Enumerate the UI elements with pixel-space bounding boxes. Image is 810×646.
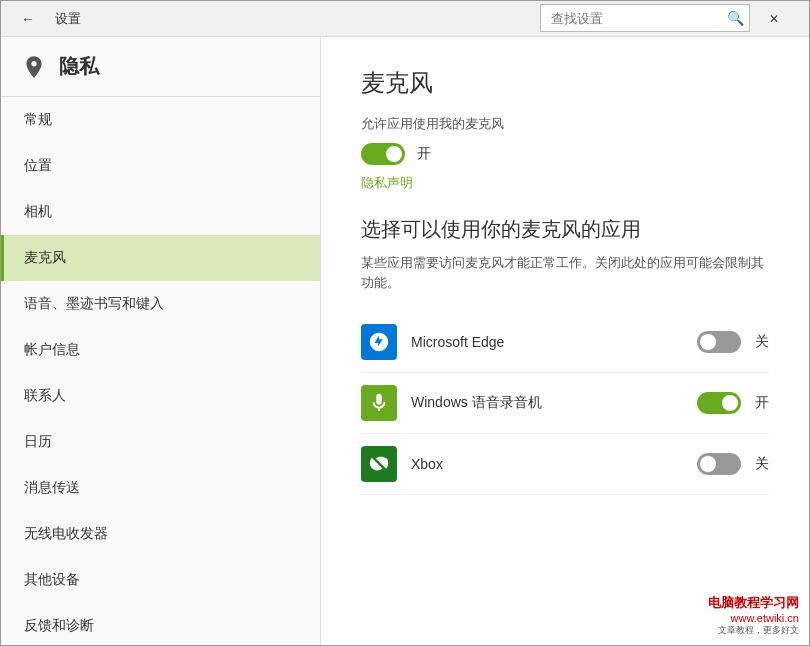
sidebar-item-麦克风[interactable]: 麦克风 xyxy=(1,235,320,281)
main-toggle-text: 开 xyxy=(417,145,431,163)
watermark: 电脑教程学习网 www.etwiki.cn 文章教程，更多好文 xyxy=(708,594,799,637)
page-title: 麦克风 xyxy=(361,67,769,99)
sidebar-header-title: 隐私 xyxy=(59,53,99,80)
search-icon-button[interactable]: 🔍 xyxy=(727,10,744,26)
sidebar-item-语音[interactable]: 语音、墨迹书写和键入 xyxy=(1,281,320,327)
app-row-xbox: Xbox 关 xyxy=(361,434,769,495)
xbox-icon xyxy=(361,446,397,482)
allow-label: 允许应用使用我的麦克风 xyxy=(361,115,769,133)
recorder-toggle[interactable] xyxy=(697,392,741,414)
sidebar-item-位置[interactable]: 位置 xyxy=(1,143,320,189)
apps-section-title: 选择可以使用你的麦克风的应用 xyxy=(361,216,769,243)
privacy-icon xyxy=(21,54,47,80)
app-row-recorder: Windows 语音录音机 开 xyxy=(361,373,769,434)
sidebar-item-反馈和诊断[interactable]: 反馈和诊断 xyxy=(1,603,320,646)
back-button[interactable]: ← xyxy=(13,4,43,34)
sidebar-item-帐户信息[interactable]: 帐户信息 xyxy=(1,327,320,373)
main-microphone-toggle[interactable] xyxy=(361,143,405,165)
close-button[interactable]: ✕ xyxy=(751,4,797,34)
content-panel: 麦克风 允许应用使用我的麦克风 开 隐私声明 选择可以使用你的麦克风的应用 某些… xyxy=(321,37,809,646)
sidebar-item-常规[interactable]: 常规 xyxy=(1,97,320,143)
search-input[interactable] xyxy=(540,4,750,32)
sidebar-item-联系人[interactable]: 联系人 xyxy=(1,373,320,419)
recorder-name: Windows 语音录音机 xyxy=(411,394,683,412)
recorder-toggle-text: 开 xyxy=(755,394,769,412)
privacy-link[interactable]: 隐私声明 xyxy=(361,174,413,192)
apps-description: 某些应用需要访问麦克风才能正常工作。关闭此处的应用可能会限制其功能。 xyxy=(361,253,769,292)
recorder-icon xyxy=(361,385,397,421)
app-row-edge: Microsoft Edge 关 xyxy=(361,312,769,373)
sidebar-item-其他设备[interactable]: 其他设备 xyxy=(1,557,320,603)
edge-toggle[interactable] xyxy=(697,331,741,353)
edge-icon xyxy=(361,324,397,360)
xbox-name: Xbox xyxy=(411,456,683,472)
edge-toggle-text: 关 xyxy=(755,333,769,351)
sidebar-item-相机[interactable]: 相机 xyxy=(1,189,320,235)
sidebar-item-消息传送[interactable]: 消息传送 xyxy=(1,465,320,511)
sidebar-item-无线电收发器[interactable]: 无线电收发器 xyxy=(1,511,320,557)
edge-name: Microsoft Edge xyxy=(411,334,683,350)
xbox-toggle-text: 关 xyxy=(755,455,769,473)
titlebar-title: 设置 xyxy=(55,10,81,28)
xbox-toggle[interactable] xyxy=(697,453,741,475)
sidebar: 隐私 常规 位置 相机 麦克风 语音、墨迹书写和键入 帐户信息 联系人 日历 消… xyxy=(1,37,321,646)
sidebar-item-日历[interactable]: 日历 xyxy=(1,419,320,465)
